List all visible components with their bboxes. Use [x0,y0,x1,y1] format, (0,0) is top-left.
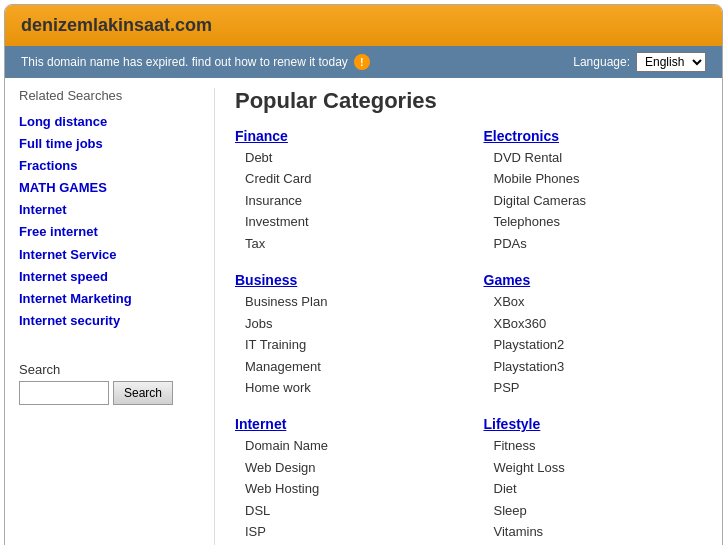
category-item[interactable]: Management [235,356,454,377]
language-selector[interactable]: English [636,52,706,72]
category-block: LifestyleFitnessWeight LossDietSleepVita… [484,416,703,542]
language-label: Language: [573,55,630,69]
category-item[interactable]: Playstation2 [484,334,703,355]
category-item[interactable]: ISP [235,521,454,542]
sidebar-link[interactable]: Internet speed [19,266,200,288]
category-block: FinanceDebtCredit CardInsuranceInvestmen… [235,128,454,254]
search-button[interactable]: Search [113,381,173,405]
category-title[interactable]: Finance [235,128,454,144]
search-input[interactable] [19,381,109,405]
notice-text: This domain name has expired. find out h… [21,55,348,69]
category-item[interactable]: Domain Name [235,435,454,456]
category-item[interactable]: Investment [235,211,454,232]
category-item[interactable]: Playstation3 [484,356,703,377]
sidebar-link[interactable]: Fractions [19,155,200,177]
category-item[interactable]: Digital Cameras [484,190,703,211]
sidebar-link[interactable]: Free internet [19,221,200,243]
sidebar-link[interactable]: Internet security [19,310,200,332]
category-item[interactable]: Jobs [235,313,454,334]
category-item[interactable]: XBox360 [484,313,703,334]
sidebar-link[interactable]: Internet Marketing [19,288,200,310]
category-block: ElectronicsDVD RentalMobile PhonesDigita… [484,128,703,254]
category-item[interactable]: IT Training [235,334,454,355]
categories-grid: FinanceDebtCredit CardInsuranceInvestmen… [235,128,702,545]
category-item[interactable]: Web Design [235,457,454,478]
sidebar-link[interactable]: Full time jobs [19,133,200,155]
category-item[interactable]: Debt [235,147,454,168]
category-block: GamesXBoxXBox360Playstation2Playstation3… [484,272,703,398]
category-title[interactable]: Internet [235,416,454,432]
category-item[interactable]: Mobile Phones [484,168,703,189]
category-block: InternetDomain NameWeb DesignWeb Hosting… [235,416,454,542]
category-item[interactable]: Vitamins [484,521,703,542]
category-item[interactable]: Fitness [484,435,703,456]
sidebar-links: Long distanceFull time jobsFractionsMATH… [19,111,200,332]
sidebar-link[interactable]: Internet [19,199,200,221]
category-item[interactable]: DVD Rental [484,147,703,168]
category-item[interactable]: Home work [235,377,454,398]
category-item[interactable]: Credit Card [235,168,454,189]
category-item[interactable]: Weight Loss [484,457,703,478]
sidebar-link[interactable]: Internet Service [19,244,200,266]
page-title: Popular Categories [235,88,702,114]
sidebar-link[interactable]: MATH GAMES [19,177,200,199]
sidebar-link[interactable]: Long distance [19,111,200,133]
category-item[interactable]: DSL [235,500,454,521]
category-title[interactable]: Games [484,272,703,288]
category-item[interactable]: Tax [235,233,454,254]
category-item[interactable]: PSP [484,377,703,398]
category-item[interactable]: Web Hosting [235,478,454,499]
category-title[interactable]: Lifestyle [484,416,703,432]
category-item[interactable]: Insurance [235,190,454,211]
category-title[interactable]: Electronics [484,128,703,144]
category-item[interactable]: Business Plan [235,291,454,312]
site-title: denizemlakinsaat.com [21,15,212,35]
search-label: Search [19,362,200,377]
info-icon: ! [354,54,370,70]
category-item[interactable]: Sleep [484,500,703,521]
category-item[interactable]: XBox [484,291,703,312]
category-item[interactable]: Telephones [484,211,703,232]
category-title[interactable]: Business [235,272,454,288]
category-block: BusinessBusiness PlanJobsIT TrainingMana… [235,272,454,398]
category-item[interactable]: PDAs [484,233,703,254]
category-item[interactable]: Diet [484,478,703,499]
sidebar-title: Related Searches [19,88,200,103]
